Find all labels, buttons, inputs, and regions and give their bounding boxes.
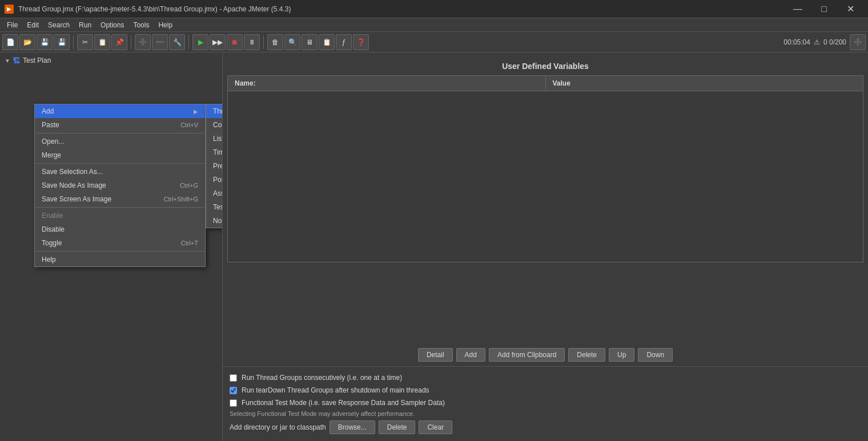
delete-button[interactable]: Delete — [568, 348, 605, 362]
window-controls: — □ ✕ — [785, 0, 863, 18]
app-icon: ▶ — [5, 5, 14, 14]
ctx-save-selection-as[interactable]: Save Selection As... — [35, 165, 205, 179]
tree-chevron: ▼ — [5, 58, 11, 64]
checkbox-teardown-label: Run tearDown Thread Groups after shutdow… — [242, 386, 429, 394]
add-button[interactable]: Add — [456, 348, 485, 362]
add-from-clipboard-button[interactable]: Add from Clipboard — [489, 348, 565, 362]
collapse-button[interactable]: ➖ — [152, 34, 168, 50]
ctx-open[interactable]: Open... — [35, 135, 205, 148]
browse-classpath-button[interactable]: Browse... — [329, 420, 375, 434]
panel-content: User Defined Variables Name: Value — [223, 52, 868, 343]
delete-classpath-button[interactable]: Delete — [379, 420, 416, 434]
menu-options[interactable]: Options — [96, 20, 128, 30]
toolbar-right: 00:05:04 ⚠ 0 0/200 ➕ — [783, 34, 866, 50]
context-menu-level2: Threads (Users) ▶ Config Element ▶ Liste… — [206, 104, 223, 228]
clear-all-button[interactable]: 🗑 — [267, 34, 283, 50]
new-button[interactable]: 📄 — [2, 34, 18, 50]
ctx-paste[interactable]: Paste Ctrl+V — [35, 118, 205, 132]
tree-label-testplan: Test Plan — [23, 56, 51, 64]
bottom-section: Run Thread Groups consecutively (i.e. on… — [223, 366, 868, 441]
ctx-threads-users[interactable]: Threads (Users) ▶ — [206, 104, 223, 118]
function-helper[interactable]: ƒ — [336, 34, 352, 50]
menu-run[interactable]: Run — [74, 20, 96, 30]
close-button[interactable]: ✕ — [837, 0, 863, 18]
checkbox-functional-label: Functional Test Mode (i.e. save Response… — [242, 399, 445, 407]
clear-classpath-button[interactable]: Clear — [419, 420, 452, 434]
toolbar-sep-4 — [263, 35, 264, 49]
ctx-divider-4 — [35, 251, 205, 252]
table-header: Name: Value — [227, 75, 863, 91]
menu-bar: File Edit Search Run Options Tools Help — [0, 18, 868, 32]
ctx-divider-1 — [35, 133, 205, 133]
save-as-button[interactable]: 💾 — [54, 34, 70, 50]
copy-button[interactable]: 📋 — [94, 34, 110, 50]
minimize-button[interactable]: — — [785, 0, 811, 18]
main-layout: ▼ 🏗 Test Plan Add ▶ Paste Ctrl+V Open...… — [0, 52, 868, 441]
run-button[interactable]: ▶ — [192, 34, 208, 50]
ctx-enable: Enable — [35, 209, 205, 222]
timer-display: 00:05:04 — [783, 38, 810, 46]
ctx-listener[interactable]: Listener ▶ — [206, 132, 223, 145]
save-button[interactable]: 💾 — [37, 34, 53, 50]
up-button[interactable]: Up — [609, 348, 634, 362]
stop-button[interactable]: ⏹ — [227, 34, 243, 50]
checkbox-consecutive[interactable] — [230, 374, 237, 382]
toolbar: 📄 📂 💾 💾 ✂ 📋 📌 ➕ ➖ 🔧 ▶ ▶▶ ⏹ ⏸ 🗑 🔍 🖥 📋 ƒ ❓… — [0, 32, 868, 52]
open-button[interactable]: 📂 — [19, 34, 35, 50]
cut-button[interactable]: ✂ — [77, 34, 93, 50]
ctx-post-processors[interactable]: Post Processors ▶ — [206, 173, 223, 187]
table-header-value: Value — [546, 76, 863, 91]
browse-button[interactable]: 🔍 — [284, 34, 300, 50]
checkbox-row-1: Run Thread Groups consecutively (i.e. on… — [230, 371, 861, 384]
table-header-name: Name: — [228, 76, 546, 91]
ctx-help[interactable]: Help — [35, 253, 205, 266]
ctx-disable[interactable]: Disable — [35, 222, 205, 236]
ctx-add[interactable]: Add ▶ — [35, 104, 205, 118]
menu-help[interactable]: Help — [154, 20, 177, 30]
udv-title: User Defined Variables — [227, 57, 863, 75]
ctx-save-node-as-image[interactable]: Save Node As Image Ctrl+G — [35, 179, 205, 192]
shutdown-button[interactable]: ⏸ — [244, 34, 260, 50]
ctx-timer[interactable]: Timer ▶ — [206, 145, 223, 159]
left-panel: ▼ 🏗 Test Plan Add ▶ Paste Ctrl+V Open...… — [0, 52, 223, 441]
down-button[interactable]: Down — [638, 348, 673, 362]
ctx-pre-processors[interactable]: Pre Processors ▶ — [206, 159, 223, 173]
template-button[interactable]: 📋 — [319, 34, 335, 50]
context-menu-level1: Add ▶ Paste Ctrl+V Open... Merge Save Se… — [34, 104, 206, 267]
help-button[interactable]: ❓ — [353, 34, 369, 50]
ctx-merge[interactable]: Merge — [35, 148, 205, 162]
paste-button[interactable]: 📌 — [111, 34, 127, 50]
classpath-label: Add directory or jar to classpath — [230, 423, 326, 431]
ctx-toggle[interactable]: Toggle Ctrl+T — [35, 236, 205, 250]
ctx-assertions[interactable]: Assertions ▶ — [206, 187, 223, 200]
menu-tools[interactable]: Tools — [128, 20, 154, 30]
checkbox-teardown[interactable] — [230, 387, 237, 394]
right-panel: User Defined Variables Name: Value Detai… — [223, 52, 868, 441]
action-buttons: Detail Add Add from Clipboard Delete Up … — [223, 343, 868, 366]
ctx-save-screen-as-image[interactable]: Save Screen As Image Ctrl+Shift+G — [35, 192, 205, 206]
toggle-button[interactable]: 🔧 — [169, 34, 185, 50]
tree-item-testplan[interactable]: ▼ 🏗 Test Plan — [0, 52, 222, 68]
maximize-button[interactable]: □ — [811, 0, 837, 18]
expand-button[interactable]: ➕ — [135, 34, 151, 50]
ctx-test-fragment[interactable]: Test Fragment ▶ — [206, 200, 223, 214]
title-bar: ▶ Thread Group.jmx (F:\apache-jmeter-5.4… — [0, 0, 868, 18]
menu-edit[interactable]: Edit — [22, 20, 43, 30]
checkbox-consecutive-label: Run Thread Groups consecutively (i.e. on… — [242, 374, 402, 382]
menu-search[interactable]: Search — [43, 20, 74, 30]
toolbar-sep-3 — [188, 35, 189, 49]
detail-button[interactable]: Detail — [418, 348, 453, 362]
run-no-pause-button[interactable]: ▶▶ — [210, 34, 226, 50]
checkbox-row-3: Functional Test Mode (i.e. save Response… — [230, 397, 861, 409]
ctx-divider-2 — [35, 163, 205, 164]
remote-button[interactable]: 🖥 — [302, 34, 318, 50]
testplan-icon: 🏗 — [11, 56, 21, 65]
ctx-non-test-elements[interactable]: Non-Test Elements ▶ — [206, 214, 223, 228]
ctx-config-element[interactable]: Config Element ▶ — [206, 118, 223, 132]
ctx-divider-3 — [35, 207, 205, 208]
toolbar-sep-2 — [131, 35, 131, 49]
counter-display: 0 0/200 — [823, 38, 846, 46]
add-timer-button[interactable]: ➕ — [850, 34, 866, 50]
checkbox-functional[interactable] — [230, 399, 237, 407]
menu-file[interactable]: File — [2, 20, 22, 30]
